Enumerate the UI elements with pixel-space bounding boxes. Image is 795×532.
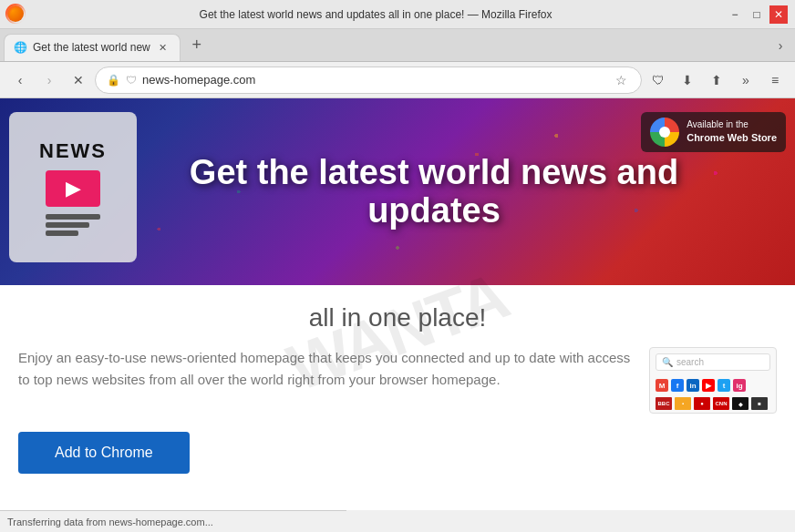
content-row: Enjoy an easy-to-use news-oriented homep… [18, 347, 777, 414]
below-hero-section: WANTA all in one place! Enjoy an easy-to… [0, 285, 795, 510]
logo-bar-3 [46, 230, 78, 236]
preview-news-row: BBC ▪ ● CNN ◆ ■ [650, 394, 776, 413]
close-button[interactable]: ✕ [769, 5, 788, 24]
window-title: Get the latest world news and updates al… [26, 8, 726, 21]
logo-news-text: NEWS [39, 139, 107, 163]
preview-favicon-m: M [656, 379, 668, 392]
preview-news-2: ▪ [675, 397, 691, 410]
preview-favicons-row: M f in ▶ t ig [650, 376, 776, 394]
address-icons: ☆ [612, 71, 630, 89]
chrome-icon-inner [659, 127, 670, 138]
description-text: Enjoy an easy-to-use news-oriented homep… [18, 347, 631, 414]
address-bar: 🔒 🛡 ☆ [95, 66, 642, 94]
logo-bar-2 [46, 222, 89, 228]
tab-close-button[interactable]: ✕ [156, 40, 170, 55]
chrome-icon [650, 118, 679, 147]
nav-right-buttons: 🛡 ⬇ ⬆ » ≡ [645, 67, 788, 93]
firefox-icon [7, 5, 26, 24]
statusbar: Transferring data from news-homepage.com… [0, 510, 346, 532]
logo-play-icon: ▶ [46, 170, 100, 207]
preview-favicon-yt: ▶ [702, 379, 715, 392]
extensions-button[interactable]: » [733, 67, 759, 93]
secure-icon: 🔒 [107, 74, 120, 87]
logo-bar-1 [46, 214, 100, 220]
download-button[interactable]: ⬇ [675, 67, 700, 93]
window-controls: − □ ✕ [726, 5, 788, 24]
forward-button: › [36, 67, 62, 93]
status-text: Transferring data from news-homepage.com… [7, 517, 213, 527]
share-button[interactable]: ⬆ [704, 67, 729, 93]
preview-news-5: ◆ [732, 397, 749, 410]
subheading: all in one place! [18, 303, 777, 332]
titlebar: Get the latest world news and updates al… [0, 0, 795, 29]
active-tab[interactable]: 🌐 Get the latest world new ✕ [4, 34, 181, 61]
preview-favicon-ig: ig [733, 379, 746, 392]
hero-logo: NEWS ▶ [9, 112, 137, 262]
preview-favicon-in: in [687, 379, 699, 392]
shield-button[interactable]: 🛡 [645, 67, 671, 93]
url-input[interactable] [142, 73, 606, 87]
back-button[interactable]: ‹ [7, 67, 33, 93]
preview-search-label: search [676, 357, 704, 367]
tabbar-right: › [769, 35, 791, 56]
preview-favicon-f: f [671, 379, 684, 392]
tabbar: 🌐 Get the latest world new ✕ + › [0, 29, 795, 62]
tab-favicon: 🌐 [14, 41, 27, 54]
chrome-web-store-badge[interactable]: Available in the Chrome Web Store [641, 112, 786, 152]
menu-button[interactable]: ≡ [762, 67, 788, 93]
chrome-badge-text: Available in the Chrome Web Store [687, 118, 777, 145]
preview-search-icon: 🔍 [662, 357, 673, 367]
preview-search-bar: 🔍 search [656, 353, 770, 371]
tab-label: Get the latest world new [33, 41, 150, 54]
maximize-button[interactable]: □ [748, 5, 766, 24]
logo-bars [46, 214, 100, 236]
reload-button[interactable]: ✕ [66, 67, 91, 93]
tabs-chevron-button[interactable]: › [769, 35, 791, 56]
add-to-chrome-button[interactable]: Add to Chrome [18, 432, 190, 474]
browser-content: NEWS ▶ Get the latest world news and upd… [0, 98, 795, 510]
new-tab-button[interactable]: + [184, 33, 210, 58]
hero-section: NEWS ▶ Get the latest world news and upd… [0, 98, 795, 285]
preview-news-cnn: CNN [713, 397, 729, 410]
preview-news-6: ■ [751, 397, 768, 410]
preview-news-bbc: BBC [656, 397, 672, 410]
navbar: ‹ › ✕ 🔒 🛡 ☆ 🛡 ⬇ ⬆ » ≡ [0, 62, 795, 98]
preview-widget: 🔍 search M f in ▶ t ig BBC ▪ ● CNN ◆ [649, 347, 777, 414]
cert-icon: 🛡 [126, 74, 137, 87]
preview-news-3: ● [694, 397, 710, 410]
minimize-button[interactable]: − [726, 5, 744, 24]
bookmark-icon[interactable]: ☆ [612, 71, 630, 89]
preview-favicon-t: t [718, 379, 730, 392]
